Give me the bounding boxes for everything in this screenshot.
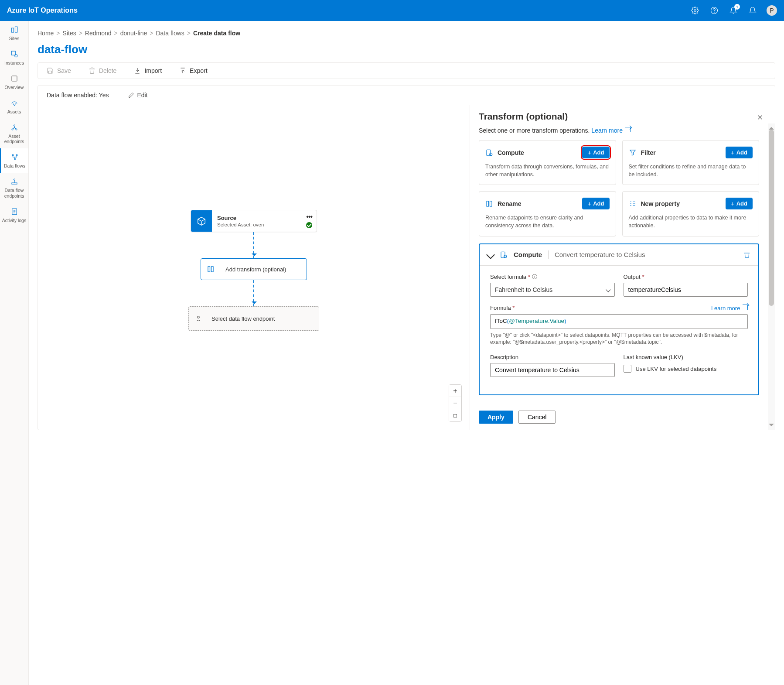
filter-add-button[interactable]: +Add (726, 147, 753, 158)
alerts-icon[interactable]: 1 (728, 5, 739, 16)
nav-data-flows[interactable]: Data flows (0, 148, 28, 173)
svg-point-10 (16, 129, 17, 130)
destination-node[interactable]: Select data flow endpoint (188, 306, 319, 331)
crumb-data-flows[interactable]: Data flows (156, 30, 184, 37)
activity-logs-icon (10, 207, 19, 216)
external-link-icon (625, 127, 631, 132)
chevron-down-icon (606, 287, 610, 292)
crumb-donut-line[interactable]: donut-line (120, 30, 147, 37)
description-label: Description (490, 354, 615, 360)
crumb-home[interactable]: Home (37, 30, 54, 37)
filter-desc: Set filter conditions to refine and mana… (629, 163, 753, 178)
compute-icon (500, 251, 508, 259)
svg-rect-24 (501, 252, 505, 258)
nav-label: Overview (5, 85, 24, 90)
save-button[interactable]: Save (47, 67, 71, 74)
zoom-fit-button[interactable]: ◻ (449, 409, 461, 421)
learn-more-link[interactable]: Learn more (591, 127, 630, 134)
crumb-sites[interactable]: Sites (63, 30, 76, 37)
nav-instances[interactable]: Instances (0, 45, 28, 70)
compute-add-button[interactable]: +Add (582, 147, 609, 158)
source-node[interactable]: Source Selected Asset: oven ••• (191, 210, 317, 232)
formula-label: Formula * (490, 305, 515, 311)
compute-card: Compute +Add Transform data through conv… (479, 140, 616, 185)
delete-button[interactable]: Delete (89, 67, 116, 74)
alerts-badge: 1 (734, 4, 740, 10)
rename-title: Rename (498, 200, 578, 207)
filter-title: Filter (641, 149, 721, 156)
svg-point-21 (490, 153, 492, 155)
flow-arrow (253, 232, 254, 258)
notifications-icon[interactable] (747, 5, 758, 16)
svg-rect-3 (11, 28, 14, 32)
zoom-out-button[interactable]: − (449, 397, 461, 409)
filter-card: Filter +Add Set filter conditions to ref… (622, 140, 760, 185)
close-icon[interactable] (754, 111, 766, 123)
trash-icon[interactable] (743, 251, 750, 258)
cube-icon (197, 216, 206, 226)
nav-sites[interactable]: Sites (0, 21, 28, 45)
flow-canvas[interactable]: Source Selected Asset: oven ••• Add tran… (38, 105, 470, 430)
collapse-icon[interactable] (486, 250, 495, 259)
svg-rect-5 (11, 51, 15, 55)
nav-activity-logs[interactable]: Activity logs (0, 203, 28, 227)
rename-add-button[interactable]: +Add (582, 198, 609, 209)
zoom-controls: + − ◻ (449, 384, 462, 422)
nav-label: Data flow endpoints (1, 188, 27, 198)
rename-card: Rename +Add Rename datapoints to ensure … (479, 191, 616, 236)
rename-desc: Rename datapoints to ensure clarity and … (485, 214, 610, 229)
svg-point-19 (198, 316, 200, 319)
nav-assets[interactable]: Assets (0, 94, 28, 119)
newprop-icon (629, 200, 637, 208)
newprop-desc: Add additional properties to data to mak… (629, 214, 753, 229)
lkv-checkbox[interactable] (624, 365, 631, 373)
apply-button[interactable]: Apply (479, 411, 513, 424)
info-icon[interactable]: i (532, 274, 537, 279)
crumb-redmond[interactable]: Redmond (85, 30, 112, 37)
overview-icon (10, 74, 19, 83)
transform-node[interactable]: Add transform (optional) (201, 258, 307, 280)
formula-learn-link[interactable]: Learn more (711, 305, 748, 312)
panel-subtext: Select one or more transform operations. (479, 127, 591, 134)
newprop-title: New property (641, 200, 721, 207)
compute-head-label: Compute (514, 251, 542, 258)
transform-panel: Transform (optional) Select one or more … (470, 105, 775, 430)
svg-rect-18 (211, 267, 213, 272)
formula-input[interactable]: fToC(@Temperature.Value) (490, 314, 748, 329)
svg-point-1 (711, 7, 718, 14)
newprop-add-button[interactable]: +Add (726, 198, 753, 209)
more-icon[interactable]: ••• (306, 213, 312, 221)
edit-button[interactable]: Edit (121, 92, 147, 99)
svg-point-14 (14, 179, 15, 180)
compute-head-sub: Convert temperature to Celsius (555, 251, 645, 258)
svg-point-0 (694, 10, 696, 12)
settings-icon[interactable] (690, 5, 700, 16)
import-label: Import (144, 67, 162, 74)
import-button[interactable]: Import (134, 67, 162, 74)
panel-scrollbar[interactable] (768, 123, 775, 430)
nav-label: Sites (9, 36, 19, 41)
sites-icon (10, 25, 19, 34)
user-avatar[interactable]: P (767, 5, 777, 16)
nav-asset-endpoints[interactable]: Asset endpoints (0, 119, 28, 148)
svg-rect-17 (208, 267, 210, 272)
svg-point-12 (16, 154, 17, 156)
select-formula-dropdown[interactable]: Fahrenheit to Celsius (490, 283, 615, 297)
output-label: Output * (624, 274, 748, 280)
export-label: Export (190, 67, 207, 74)
endpoint-icon (194, 315, 202, 322)
assets-icon (10, 99, 19, 107)
newprop-card: New property +Add Add additional propert… (622, 191, 760, 236)
formula-hint: Type "@" or click "<datapoint>" to selec… (490, 332, 748, 346)
help-icon[interactable] (709, 5, 719, 16)
source-subtitle: Selected Asset: oven (217, 222, 311, 227)
export-button[interactable]: Export (179, 67, 207, 74)
nav-overview[interactable]: Overview (0, 70, 28, 94)
edit-label: Edit (137, 92, 147, 99)
output-input[interactable] (624, 283, 748, 297)
description-input[interactable] (490, 363, 615, 377)
nav-dataflow-endpoints[interactable]: Data flow endpoints (0, 173, 28, 202)
cancel-button[interactable]: Cancel (518, 411, 556, 424)
zoom-in-button[interactable]: + (449, 385, 461, 397)
svg-rect-23 (490, 201, 492, 206)
